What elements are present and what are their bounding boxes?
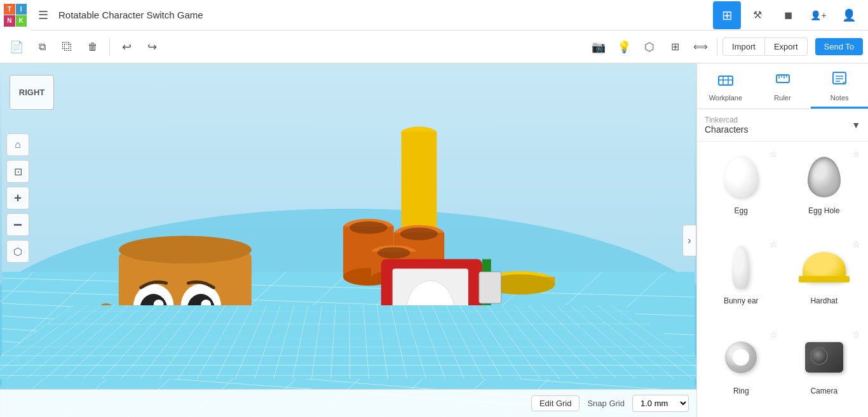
right-panel: Workplane Ruler	[696, 63, 868, 417]
left-nav: ⌂ ⊡ + − ⬡	[6, 133, 29, 263]
hardhat-star[interactable]: ☆	[852, 239, 860, 249]
egg-hole-shape-item[interactable]: ☆ Egg Hole	[785, 147, 864, 232]
fit-view-button[interactable]: ⊡	[6, 160, 29, 183]
paste-button[interactable]: ⿻	[56, 36, 79, 58]
ruler-icon	[774, 70, 792, 91]
import-button[interactable]: Import	[722, 37, 765, 56]
ring-shape-item[interactable]: ☆ Ring	[702, 327, 780, 412]
shapes-grid: ☆ Egg ☆ Egg Hole ☆ Bunny ear	[697, 142, 868, 417]
profile-nav-button[interactable]: 👤	[835, 1, 863, 29]
bunny-ear-preview	[715, 242, 766, 293]
toolbar-separator-2	[717, 38, 717, 56]
ring-star[interactable]: ☆	[770, 329, 778, 340]
workplane-tool[interactable]: Workplane	[697, 63, 754, 109]
collapse-panel-button[interactable]: ›	[682, 225, 696, 256]
undo-button[interactable]: ↩	[115, 36, 138, 58]
snap-grid-label: Snap Grid	[587, 399, 625, 408]
toolbar-separator-1	[109, 38, 110, 56]
workplane-label: Workplane	[709, 94, 742, 102]
send-to-button[interactable]: Send To	[815, 38, 863, 55]
main-area: RIGHT ⌂ ⊡ + − ⬡ › Edit Grid Snap Grid 0.…	[0, 63, 868, 417]
ring-label: Ring	[733, 387, 749, 395]
new-button[interactable]: 📄	[5, 36, 28, 58]
notes-tool[interactable]: Notes	[811, 63, 868, 109]
delete-button[interactable]: 🗑	[81, 36, 104, 58]
egg-label: Egg	[735, 206, 748, 215]
svg-rect-69	[776, 75, 789, 83]
logo: T I N K	[0, 0, 31, 30]
viewport[interactable]: RIGHT ⌂ ⊡ + − ⬡ › Edit Grid Snap Grid 0.…	[0, 63, 696, 417]
home-view-button[interactable]: ⌂	[6, 133, 29, 156]
snap-grid-select[interactable]: 0.1 mm 0.5 mm 1.0 mm 2.0 mm 5.0 mm 10.0 …	[632, 395, 689, 412]
svg-point-32	[400, 228, 438, 241]
bulb-button[interactable]: 💡	[613, 36, 635, 58]
egg-star[interactable]: ☆	[770, 149, 778, 159]
workplane-icon	[717, 70, 735, 91]
svg-rect-65	[719, 76, 733, 85]
redo-button[interactable]: ↪	[140, 36, 163, 58]
camera-preview	[799, 332, 850, 383]
svg-point-36	[377, 247, 410, 258]
egg-hole-star[interactable]: ☆	[852, 149, 860, 159]
mirror-button[interactable]: ⟺	[689, 36, 712, 58]
egg-preview	[715, 152, 766, 202]
svg-rect-64	[479, 272, 501, 303]
camera-label: Camera	[810, 387, 837, 395]
egg-hole-preview	[799, 152, 850, 202]
snap-grid-dropdown: 0.1 mm 0.5 mm 1.0 mm 2.0 mm 5.0 mm 10.0 …	[632, 395, 689, 412]
library-dropdown-button[interactable]: ▼	[851, 120, 860, 130]
notes-label: Notes	[831, 94, 849, 102]
camera-button[interactable]: 📷	[587, 36, 610, 58]
project-title: Rotatable Character Switch Game	[56, 10, 713, 20]
export-button[interactable]: Export	[765, 37, 808, 56]
library-name: Characters	[705, 124, 846, 135]
zoom-out-button[interactable]: −	[6, 213, 29, 236]
top-bar: T I N K ☰ Rotatable Character Switch Gam…	[0, 0, 868, 30]
library-source-label: Tinkercad	[705, 116, 846, 124]
egg-shape-item[interactable]: ☆ Egg	[702, 147, 780, 232]
add-person-nav-button[interactable]: 👤+	[804, 1, 832, 29]
right-panel-header: Tinkercad Characters ▼	[697, 109, 868, 142]
grid-lines	[0, 305, 696, 379]
build-nav-button[interactable]: ⚒	[743, 1, 771, 29]
ruler-tool[interactable]: Ruler	[754, 63, 811, 109]
camera-star[interactable]: ☆	[852, 329, 860, 340]
hardhat-label: Hardhat	[810, 296, 837, 305]
edit-grid-button[interactable]: Edit Grid	[531, 395, 580, 411]
grid-floor	[0, 305, 696, 379]
copy-button[interactable]: ⧉	[31, 36, 53, 58]
ring-preview	[715, 332, 766, 383]
toolbar: 📄 ⧉ ⿻ 🗑 ↩ ↪ 📷 💡 ⬡ ⊞ ⟺ Import Export Send…	[0, 30, 868, 63]
bunny-ear-shape-item[interactable]: ☆ Bunny ear	[702, 237, 780, 322]
perspective-button[interactable]: ⬡	[6, 240, 29, 263]
ruler-label: Ruler	[774, 94, 790, 102]
project-list-icon[interactable]: ☰	[33, 5, 53, 25]
hardhat-preview	[799, 242, 850, 293]
view-cube[interactable]: RIGHT	[6, 70, 57, 121]
shape-button[interactable]: ⬡	[638, 36, 661, 58]
svg-point-49	[119, 236, 252, 264]
camera-shape-item[interactable]: ☆ Camera	[785, 327, 864, 412]
zoom-in-button[interactable]: +	[6, 187, 29, 209]
notes-icon	[831, 70, 848, 91]
bunny-ear-star[interactable]: ☆	[770, 239, 778, 249]
align-button[interactable]: ⊞	[663, 36, 686, 58]
scene: RIGHT ⌂ ⊡ + − ⬡ › Edit Grid Snap Grid 0.…	[0, 63, 696, 417]
grid-nav-button[interactable]: ⊞	[713, 1, 741, 29]
egg-hole-label: Egg Hole	[808, 206, 839, 215]
nav-icons-right: ⊞ ⚒ ◼ 👤+ 👤	[713, 1, 863, 29]
bunny-ear-label: Bunny ear	[724, 296, 759, 305]
right-panel-tools: Workplane Ruler	[697, 63, 868, 109]
svg-point-28	[349, 222, 388, 234]
import-export-buttons: Import Export	[722, 37, 807, 56]
box-nav-button[interactable]: ◼	[774, 1, 802, 29]
bottom-bar: Edit Grid Snap Grid 0.1 mm 0.5 mm 1.0 mm…	[0, 389, 696, 417]
view-cube-face[interactable]: RIGHT	[10, 75, 54, 110]
hardhat-shape-item[interactable]: ☆ Hardhat	[785, 237, 864, 322]
